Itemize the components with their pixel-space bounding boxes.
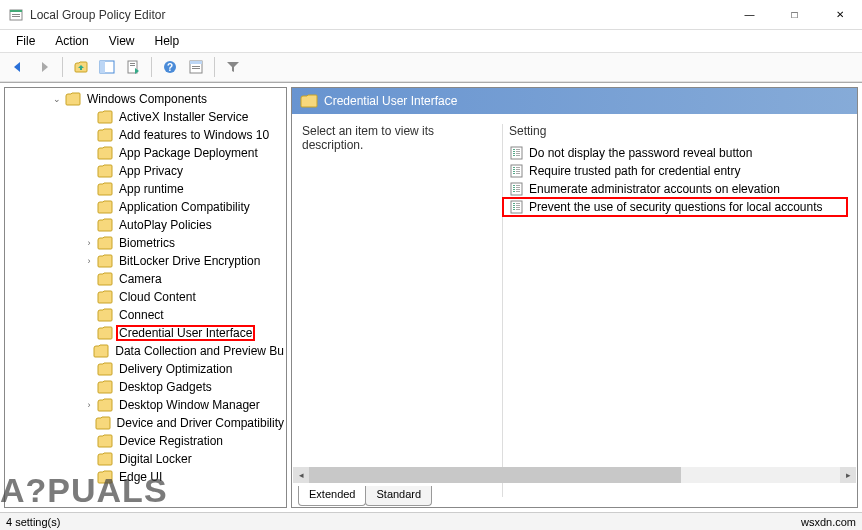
- svg-rect-30: [516, 171, 520, 172]
- chevron-right-icon[interactable]: ›: [83, 399, 95, 411]
- svg-rect-50: [516, 209, 520, 210]
- tree-item[interactable]: ›BitLocker Drive Encryption: [11, 252, 286, 270]
- policy-icon: [509, 164, 525, 178]
- close-button[interactable]: ✕: [817, 0, 862, 29]
- tree-item[interactable]: ›Biometrics: [11, 234, 286, 252]
- tree-item[interactable]: ›Desktop Gadgets: [11, 378, 286, 396]
- svg-rect-18: [513, 151, 515, 152]
- horizontal-scrollbar[interactable]: ◂ ▸: [293, 467, 856, 483]
- svg-rect-27: [513, 169, 515, 170]
- policy-icon: [509, 146, 525, 160]
- folder-icon: [97, 236, 113, 250]
- svg-rect-2: [12, 14, 20, 15]
- policy-icon: [509, 200, 525, 214]
- folder-icon: [97, 326, 113, 340]
- tree-item[interactable]: ›ActiveX Installer Service: [11, 108, 286, 126]
- tree-item[interactable]: ›Edge UI: [11, 468, 286, 486]
- scroll-track[interactable]: [309, 467, 840, 483]
- tree-item[interactable]: ›Connect: [11, 306, 286, 324]
- folder-icon: [97, 470, 113, 484]
- help-button[interactable]: ?: [158, 55, 182, 79]
- back-button[interactable]: [6, 55, 30, 79]
- setting-label: Do not display the password reveal butto…: [529, 146, 752, 160]
- tree-item[interactable]: ›App Privacy: [11, 162, 286, 180]
- svg-rect-1: [10, 10, 22, 12]
- tree-item[interactable]: ›Add features to Windows 10: [11, 126, 286, 144]
- scroll-right-arrow[interactable]: ▸: [840, 467, 856, 483]
- tree-item[interactable]: ›App runtime: [11, 180, 286, 198]
- chevron-right-icon[interactable]: ›: [83, 237, 95, 249]
- tree-item-label: App Package Deployment: [117, 146, 260, 160]
- policy-icon: [509, 182, 525, 196]
- tree-item-label: ActiveX Installer Service: [117, 110, 250, 124]
- svg-rect-31: [513, 173, 515, 174]
- minimize-button[interactable]: —: [727, 0, 772, 29]
- svg-rect-14: [192, 68, 200, 69]
- setting-item[interactable]: Do not display the password reveal butto…: [503, 144, 847, 162]
- tree-item[interactable]: ›Camera: [11, 270, 286, 288]
- svg-rect-38: [513, 189, 515, 190]
- setting-item[interactable]: Require trusted path for credential entr…: [503, 162, 847, 180]
- svg-rect-16: [513, 149, 515, 150]
- svg-rect-36: [513, 187, 515, 188]
- svg-rect-45: [513, 205, 515, 206]
- chevron-right-icon[interactable]: ›: [83, 255, 95, 267]
- filter-button[interactable]: [221, 55, 245, 79]
- tree-item[interactable]: ›Application Compatibility: [11, 198, 286, 216]
- menu-action[interactable]: Action: [45, 32, 98, 50]
- tree-item-label: AutoPlay Policies: [117, 218, 214, 232]
- tree-item[interactable]: ›Digital Locker: [11, 450, 286, 468]
- tree-item[interactable]: ›App Package Deployment: [11, 144, 286, 162]
- forward-button[interactable]: [32, 55, 56, 79]
- tree-item[interactable]: ›AutoPlay Policies: [11, 216, 286, 234]
- tree-item[interactable]: ›Device Registration: [11, 432, 286, 450]
- column-header-setting[interactable]: Setting: [503, 124, 847, 144]
- tree-item-label: Connect: [117, 308, 166, 322]
- setting-label: Require trusted path for credential entr…: [529, 164, 740, 178]
- export-list-button[interactable]: [121, 55, 145, 79]
- svg-rect-43: [513, 203, 515, 204]
- folder-icon: [97, 200, 113, 214]
- setting-item[interactable]: Enumerate administrator accounts on elev…: [503, 180, 847, 198]
- tab-standard[interactable]: Standard: [365, 486, 432, 506]
- tree-item[interactable]: ›Credential User Interface: [11, 324, 286, 342]
- tree-item-label: BitLocker Drive Encryption: [117, 254, 262, 268]
- tree-item[interactable]: ›Data Collection and Preview Bu: [11, 342, 286, 360]
- details-header: Credential User Interface: [292, 88, 857, 114]
- svg-rect-48: [516, 207, 520, 208]
- menu-file[interactable]: File: [6, 32, 45, 50]
- setting-item[interactable]: Prevent the use of security questions fo…: [503, 198, 847, 216]
- tree-item[interactable]: ›Desktop Window Manager: [11, 396, 286, 414]
- menu-help[interactable]: Help: [145, 32, 190, 50]
- tree-item-label: Edge UI: [117, 470, 164, 484]
- svg-rect-12: [190, 61, 202, 64]
- tree-item-label: Application Compatibility: [117, 200, 252, 214]
- menu-view[interactable]: View: [99, 32, 145, 50]
- scroll-left-arrow[interactable]: ◂: [293, 467, 309, 483]
- up-button[interactable]: [69, 55, 93, 79]
- tree-item[interactable]: ›Device and Driver Compatibility: [11, 414, 286, 432]
- chevron-down-icon[interactable]: ⌄: [51, 93, 63, 105]
- svg-rect-23: [516, 155, 520, 156]
- svg-rect-7: [130, 63, 135, 64]
- scroll-thumb[interactable]: [309, 467, 681, 483]
- svg-rect-28: [516, 169, 520, 170]
- watermark-text: wsxdn.com: [801, 516, 856, 528]
- maximize-button[interactable]: □: [772, 0, 817, 29]
- svg-rect-46: [516, 205, 520, 206]
- show-hide-tree-button[interactable]: [95, 55, 119, 79]
- properties-button[interactable]: [184, 55, 208, 79]
- folder-icon: [93, 344, 109, 358]
- tree-item[interactable]: ›Cloud Content: [11, 288, 286, 306]
- svg-rect-19: [516, 151, 520, 152]
- tree-item[interactable]: ›Delivery Optimization: [11, 360, 286, 378]
- folder-icon: [97, 434, 113, 448]
- toolbar-separator: [62, 57, 63, 77]
- tree-scroll[interactable]: ⌄ Windows Components ›ActiveX Installer …: [5, 88, 286, 507]
- tree-item-label: Digital Locker: [117, 452, 194, 466]
- toolbar-separator: [151, 57, 152, 77]
- titlebar: Local Group Policy Editor — □ ✕: [0, 0, 862, 30]
- tab-extended[interactable]: Extended: [298, 486, 366, 506]
- tree-root-windows-components[interactable]: ⌄ Windows Components: [11, 90, 286, 108]
- svg-rect-41: [516, 191, 520, 192]
